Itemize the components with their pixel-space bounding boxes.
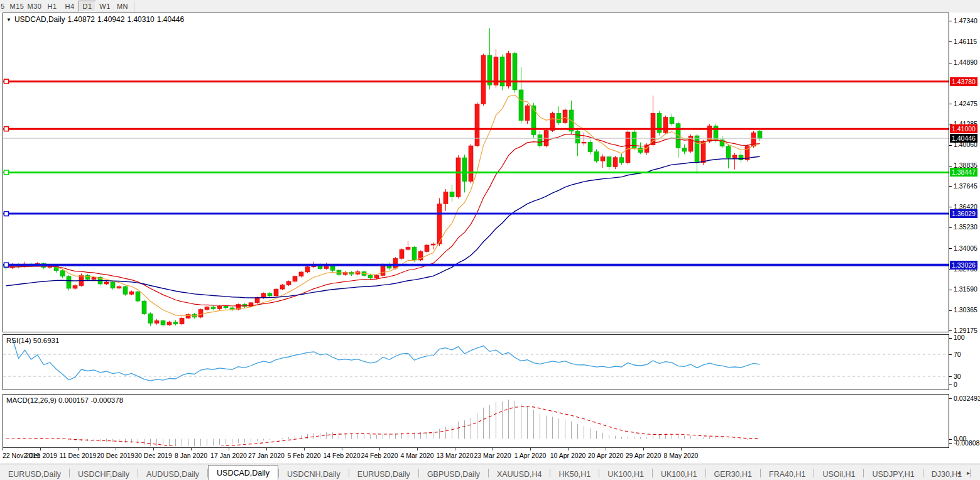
- date-tick-mark: [681, 448, 682, 450]
- timeframe-button-M15[interactable]: M15: [8, 1, 26, 12]
- date-label: 8 May 2020: [664, 452, 699, 459]
- date-tick-mark: [153, 448, 154, 450]
- date-label: 20 Dec 2019: [97, 452, 134, 459]
- tab-audusd-daily[interactable]: AUDUSD,Daily: [138, 468, 207, 480]
- rsi-canvas[interactable]: [3, 335, 949, 388]
- macd-tick-dash: [949, 398, 952, 399]
- tab-xauusd-h4[interactable]: XAUUSD,H4: [489, 468, 550, 480]
- ohlc-high: 1.40942: [97, 15, 124, 24]
- timeframe-button-M30[interactable]: M30: [26, 1, 43, 12]
- timeframe-button-W1[interactable]: W1: [96, 1, 114, 12]
- tab-scroll-left-icon[interactable]: ◂: [957, 469, 967, 476]
- macd-canvas[interactable]: [3, 395, 949, 446]
- price-tick-dash: [949, 310, 952, 311]
- line-handle-1.43780[interactable]: [4, 79, 9, 84]
- tab-usdjpy-h1[interactable]: USDJPY,H1: [864, 468, 922, 480]
- tab-uk100-h1[interactable]: UK100,H1: [653, 468, 705, 480]
- timeframe-button-H4[interactable]: H4: [61, 1, 79, 12]
- macd-axis: 0.0324930.00-0.008086: [949, 394, 980, 448]
- rsi-tick-label: 30: [954, 373, 961, 381]
- main-chart-panel[interactable]: [3, 13, 949, 332]
- date-label: 10 Apr 2020: [550, 452, 586, 459]
- price-tick-dash: [949, 145, 952, 146]
- price-tick-label: 1.37645: [954, 182, 977, 190]
- ma-mid-line: [6, 134, 760, 306]
- tab-scroll-arrows: ◂▸: [957, 469, 976, 476]
- price-tick-dash: [949, 186, 952, 187]
- price-tick-dash: [949, 227, 952, 228]
- rsi-panel[interactable]: [3, 334, 949, 390]
- tab-gbpusd-daily[interactable]: GBPUSD,Daily: [419, 468, 488, 480]
- macd-tick-label: 0.032493: [954, 395, 980, 403]
- rsi-label: RSI(14) 50.6931: [6, 337, 59, 344]
- rsi-axis: 10070300: [949, 334, 980, 390]
- line-handle-1.33026[interactable]: [4, 263, 9, 267]
- tab-fra40-h1[interactable]: FRA40,H1: [761, 468, 814, 480]
- line-handle-1.41000[interactable]: [4, 127, 9, 131]
- macd-panel[interactable]: [3, 394, 949, 448]
- timeframe-button-5[interactable]: 5: [0, 1, 8, 12]
- tab-usoil-h1[interactable]: USOil,H1: [814, 468, 863, 480]
- date-tick-mark: [342, 448, 342, 450]
- date-tick-mark: [493, 448, 493, 450]
- line-handle-1.38447[interactable]: [4, 170, 9, 175]
- tab-eurusd-daily[interactable]: EURUSD,Daily: [0, 468, 69, 480]
- rsi-tick-label: 0: [954, 381, 957, 389]
- date-label: 17 Jan 2020: [210, 452, 247, 459]
- price-badge-1.41000: 1.41000: [950, 124, 977, 133]
- price-badge-1.33026: 1.33026: [950, 261, 977, 270]
- date-tick-mark: [229, 448, 229, 450]
- rsi-tick-label: 70: [954, 351, 961, 359]
- terminal-window: 5M15M30H1H4D1W1MN ▼USDCAD,Daily1.408721.…: [0, 0, 980, 480]
- price-tick-label: 1.47340: [954, 17, 977, 25]
- ohlc-low: 1.40310: [127, 15, 154, 24]
- date-tick-mark: [116, 448, 116, 450]
- price-tick-dash: [949, 166, 952, 166]
- ohlc-open: 1.40872: [68, 15, 95, 24]
- price-tick-dash: [949, 330, 952, 331]
- tab-hk50-h1[interactable]: HK50,H1: [550, 468, 599, 480]
- date-tick-mark: [191, 448, 192, 450]
- date-tick-mark: [304, 448, 305, 450]
- tab-usdchf-daily[interactable]: USDCHF,Daily: [70, 468, 138, 480]
- rsi-tick-dash: [949, 338, 952, 339]
- timeframe-button-D1[interactable]: D1: [79, 1, 96, 12]
- date-tick-mark: [530, 448, 531, 450]
- tab-usdcnh-daily[interactable]: USDCNH,Daily: [279, 468, 349, 480]
- date-axis[interactable]: 22 Nov 20192 Dec 201911 Dec 201920 Dec 2…: [3, 448, 949, 463]
- rsi-tick-dash: [949, 376, 952, 377]
- line-handle-1.36029[interactable]: [4, 212, 9, 216]
- price-axis[interactable]: 1.473401.461151.448901.424751.412851.400…: [949, 13, 980, 332]
- price-tick-dash: [949, 104, 952, 104]
- macd-tick-label: -0.008086: [954, 439, 980, 447]
- date-label: 20 Apr 2020: [588, 452, 624, 459]
- tab-uk100-h1[interactable]: UK100,H1: [599, 468, 652, 480]
- date-label: 30 Dec 2019: [134, 452, 172, 459]
- date-label: 5 Feb 2020: [287, 452, 320, 459]
- tab-ger30-h1[interactable]: GER30,H1: [706, 468, 760, 480]
- date-label: 8 Jan 2020: [175, 452, 207, 459]
- macd-histogram: [6, 400, 760, 446]
- date-tick-mark: [568, 448, 569, 450]
- date-tick-mark: [3, 448, 3, 450]
- price-tick-label: 1.34005: [954, 244, 977, 253]
- date-label: 13 Mar 2020: [437, 452, 474, 459]
- main-chart-canvas[interactable]: [3, 13, 949, 332]
- tab-usdcad-daily[interactable]: USDCAD,Daily: [208, 465, 278, 480]
- date-label: 23 Mar 2020: [474, 452, 511, 459]
- price-tick-label: 1.44890: [954, 58, 977, 67]
- date-tick-mark: [78, 448, 79, 450]
- macd-label: MACD(12,26,9) 0.000157 -0.000378: [6, 396, 123, 404]
- rsi-tick-label: 100: [954, 334, 965, 342]
- timeframe-button-H1[interactable]: H1: [43, 1, 61, 12]
- tab-eurusd-daily[interactable]: EURUSD,Daily: [349, 468, 418, 480]
- date-label: 24 Feb 2020: [361, 452, 398, 459]
- date-tick-mark: [455, 448, 455, 450]
- price-badge-1.38447: 1.38447: [950, 168, 977, 177]
- timeframe-button-MN[interactable]: MN: [114, 1, 131, 12]
- symbol-dropdown-icon[interactable]: ▼: [6, 17, 11, 23]
- date-label: 2 Dec 2019: [23, 452, 57, 459]
- rsi-line: [13, 338, 760, 381]
- date-label: 29 Apr 2020: [626, 452, 662, 459]
- tab-scroll-right-icon[interactable]: ▸: [967, 469, 976, 476]
